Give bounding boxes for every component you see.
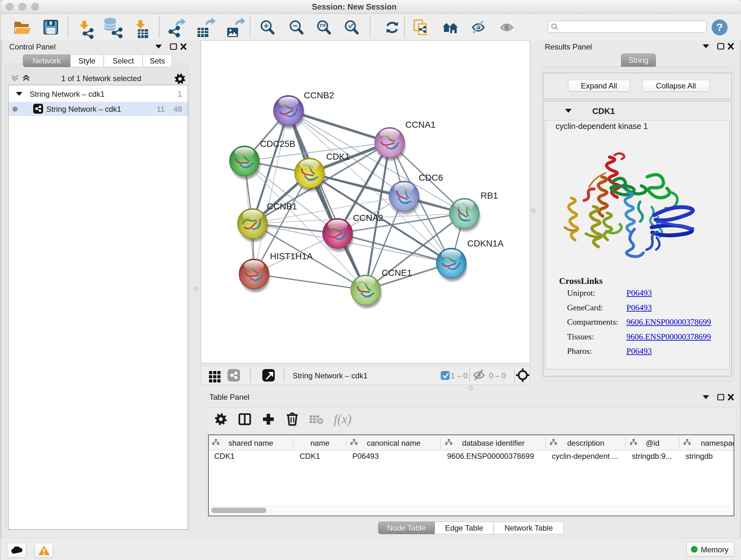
svg-text:CDKN1A: CDKN1A <box>467 239 503 248</box>
svg-text:CCNA2: CCNA2 <box>353 213 383 223</box>
svg-text:?: ? <box>717 21 723 33</box>
svg-text:HIST1H1A: HIST1H1A <box>270 251 313 261</box>
svg-text:CCNE1: CCNE1 <box>382 268 412 278</box>
svg-text:CCNB2: CCNB2 <box>304 90 334 100</box>
svg-text:CCNA1: CCNA1 <box>405 120 435 130</box>
svg-text:f(x): f(x) <box>334 412 352 426</box>
svg-text:CDK1: CDK1 <box>326 152 350 162</box>
svg-text:RB1: RB1 <box>481 191 498 200</box>
svg-text:CDC25B: CDC25B <box>260 139 295 149</box>
svg-text:CCNB1: CCNB1 <box>267 201 297 211</box>
svg-text:CDC6: CDC6 <box>419 173 443 183</box>
